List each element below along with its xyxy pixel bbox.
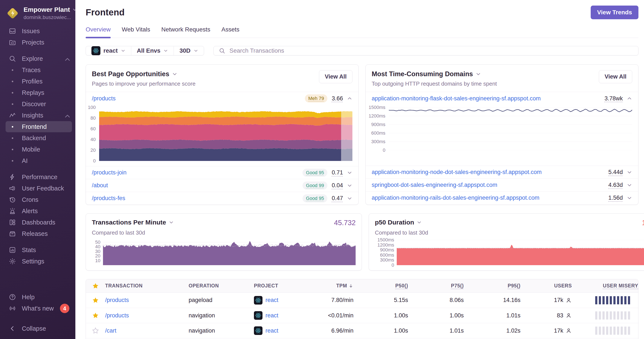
sidebar-item-projects[interactable]: Projects bbox=[6, 37, 72, 48]
sidebar-item-crons[interactable]: Crons bbox=[6, 194, 72, 205]
sidebar-item-releases[interactable]: Releases bbox=[6, 228, 72, 239]
sidebar-item-dashboards[interactable]: Dashboards bbox=[6, 217, 72, 228]
transaction-link[interactable]: /cart bbox=[105, 328, 116, 334]
environment-filter[interactable]: All Envs bbox=[131, 46, 174, 55]
sidebar-item-issues[interactable]: Issues bbox=[6, 25, 72, 36]
search-input[interactable] bbox=[229, 47, 633, 54]
best-page-opportunities-panel: Best Page Opportunities Pages to improve… bbox=[86, 64, 358, 205]
tab-web-vitals[interactable]: Web Vitals bbox=[122, 26, 150, 38]
dashboards-icon bbox=[9, 219, 16, 226]
project-cell[interactable]: react bbox=[254, 296, 310, 305]
domain-row-link[interactable]: springboot-dot-sales-engineering-sf.apps… bbox=[372, 182, 608, 188]
sidebar-item-ai[interactable]: AI bbox=[6, 155, 72, 166]
column-header-users[interactable]: USERS bbox=[520, 283, 572, 289]
releases-icon bbox=[8, 230, 16, 238]
star-toggle[interactable] bbox=[86, 327, 105, 334]
domain-row[interactable]: application-monitoring-flask-dot-sales-e… bbox=[366, 92, 638, 105]
sidebar-item-label: AI bbox=[22, 157, 28, 164]
table-row[interactable]: /cartnavigationreact6.96/min1.00s1.01s1.… bbox=[86, 323, 638, 338]
sidebar-item-stats[interactable]: Stats bbox=[6, 244, 72, 256]
opportunity-row[interactable]: /products-fesGood 950.47 bbox=[86, 192, 358, 205]
search-icon bbox=[8, 55, 16, 62]
chevron-down-icon bbox=[347, 183, 352, 188]
chevron-down-icon bbox=[627, 195, 632, 201]
column-header-transaction[interactable]: TRANSACTION bbox=[105, 283, 188, 289]
transaction-link[interactable]: /products bbox=[105, 312, 129, 319]
domain-row[interactable]: application-monitoring-rails-dot-sales-e… bbox=[366, 191, 638, 204]
star-column-header[interactable] bbox=[86, 282, 105, 290]
tab-overview[interactable]: Overview bbox=[86, 26, 111, 38]
domain-row-link[interactable]: application-monitoring-rails-dot-sales-e… bbox=[372, 195, 608, 201]
tab-assets[interactable]: Assets bbox=[222, 26, 239, 38]
user-icon bbox=[566, 328, 572, 334]
star-toggle[interactable] bbox=[86, 312, 105, 319]
sidebar-item-explore[interactable]: Explore bbox=[6, 53, 72, 64]
opportunity-row-link[interactable]: /products-join bbox=[92, 169, 302, 176]
table-row[interactable]: /productsnavigationreact<0.01/min1.00s1.… bbox=[86, 308, 638, 323]
domain-row[interactable]: application-monitoring-node-dot-sales-en… bbox=[366, 166, 638, 178]
sidebar-item-mobile[interactable]: Mobile bbox=[6, 144, 72, 155]
sidebar-item-what-s-new[interactable]: What's new4 bbox=[6, 303, 72, 314]
column-header-project[interactable]: PROJECT bbox=[254, 283, 310, 289]
view-all-domains-button[interactable]: View All bbox=[599, 70, 632, 83]
column-header-tpm[interactable]: TPM bbox=[310, 283, 354, 289]
domain-row-link[interactable]: application-monitoring-flask-dot-sales-e… bbox=[372, 95, 604, 102]
opportunity-row-link[interactable]: /products-fes bbox=[92, 195, 302, 202]
opportunity-row[interactable]: /productsMeh 793.66 bbox=[86, 92, 358, 105]
sidebar-item-profiles[interactable]: Profiles bbox=[6, 76, 72, 87]
opportunity-rows: /productsMeh 793.66100806040200/products… bbox=[86, 92, 358, 205]
column-header-p95[interactable]: P95() bbox=[464, 283, 520, 289]
column-header-user-misery[interactable]: USER MISERY bbox=[572, 283, 638, 289]
tpm-chart: 5040302010 bbox=[92, 240, 356, 265]
react-project-icon bbox=[254, 326, 262, 335]
sidebar-item-replays[interactable]: Replays bbox=[6, 87, 72, 98]
transaction-link[interactable]: /products bbox=[105, 297, 129, 303]
project-cell[interactable]: react bbox=[254, 311, 310, 320]
chevron-down-icon bbox=[172, 71, 178, 77]
opportunity-row-link[interactable]: /about bbox=[92, 182, 302, 189]
view-all-opportunities-button[interactable]: View All bbox=[319, 70, 352, 83]
tab-network-requests[interactable]: Network Requests bbox=[162, 26, 210, 38]
column-header-operation[interactable]: OPERATION bbox=[188, 283, 254, 289]
column-header-p50[interactable]: P50() bbox=[354, 283, 408, 289]
sidebar-item-label: User Feedback bbox=[22, 185, 64, 192]
sidebar-item-help[interactable]: Help bbox=[6, 292, 72, 303]
bullet-icon bbox=[8, 66, 16, 74]
sidebar-item-backend[interactable]: Backend bbox=[6, 132, 72, 144]
star-toggle[interactable] bbox=[86, 297, 105, 304]
project-filter[interactable]: react bbox=[86, 46, 131, 55]
table-row[interactable]: /checkoutnavigationreact6.24/min1.01s1.0… bbox=[86, 338, 638, 339]
panel-title[interactable]: Most Time-Consuming Domains bbox=[372, 70, 497, 78]
p75-cell: 8.06s bbox=[408, 297, 464, 304]
opportunity-row-link[interactable]: /products bbox=[92, 95, 305, 102]
sidebar-item-traces[interactable]: Traces bbox=[6, 64, 72, 75]
org-switcher[interactable]: Empower Plant dominik.buszowiec... bbox=[0, 0, 75, 25]
sidebar-item-user-feedback[interactable]: User Feedback bbox=[6, 183, 72, 194]
domain-row-link[interactable]: application-monitoring-node-dot-sales-en… bbox=[372, 169, 608, 175]
opportunity-row[interactable]: /products-joinGood 950.71 bbox=[86, 166, 358, 179]
date-range-filter[interactable]: 30D bbox=[174, 46, 204, 55]
metric-cards: Transactions Per Minute 45.732 Compared … bbox=[86, 213, 638, 271]
sidebar-item-insights[interactable]: Insights bbox=[6, 110, 72, 121]
org-logo-icon bbox=[6, 6, 20, 20]
project-cell[interactable]: react bbox=[254, 326, 310, 335]
bullet-icon bbox=[8, 77, 16, 85]
metric-title[interactable]: p50 Duration bbox=[375, 219, 422, 226]
sidebar-item-settings[interactable]: Settings bbox=[6, 256, 72, 267]
metric-title[interactable]: Transactions Per Minute bbox=[92, 219, 174, 226]
sidebar-item-alerts[interactable]: Alerts bbox=[6, 205, 72, 217]
sidebar-collapse-button[interactable]: Collapse bbox=[6, 323, 72, 334]
table-row[interactable]: /productspageloadreact7.80/min5.15s8.06s… bbox=[86, 293, 638, 308]
domain-row[interactable]: springboot-dot-sales-engineering-sf.apps… bbox=[366, 178, 638, 191]
opportunity-row-value: 0.47 bbox=[332, 195, 343, 202]
sidebar-item-frontend[interactable]: Frontend bbox=[6, 121, 72, 132]
sidebar-footer: HelpWhat's new4Collapse bbox=[0, 291, 75, 339]
sidebar-item-discover[interactable]: Discover bbox=[6, 98, 72, 110]
bullet-icon bbox=[8, 134, 16, 142]
view-trends-button[interactable]: View Trends bbox=[591, 5, 638, 19]
opportunity-row[interactable]: /aboutGood 990.04 bbox=[86, 179, 358, 192]
sidebar-item-performance[interactable]: Performance bbox=[6, 171, 72, 183]
metric-value: 1s bbox=[642, 219, 644, 227]
panel-title[interactable]: Best Page Opportunities bbox=[92, 70, 196, 78]
column-header-p75[interactable]: P75() bbox=[408, 283, 464, 289]
